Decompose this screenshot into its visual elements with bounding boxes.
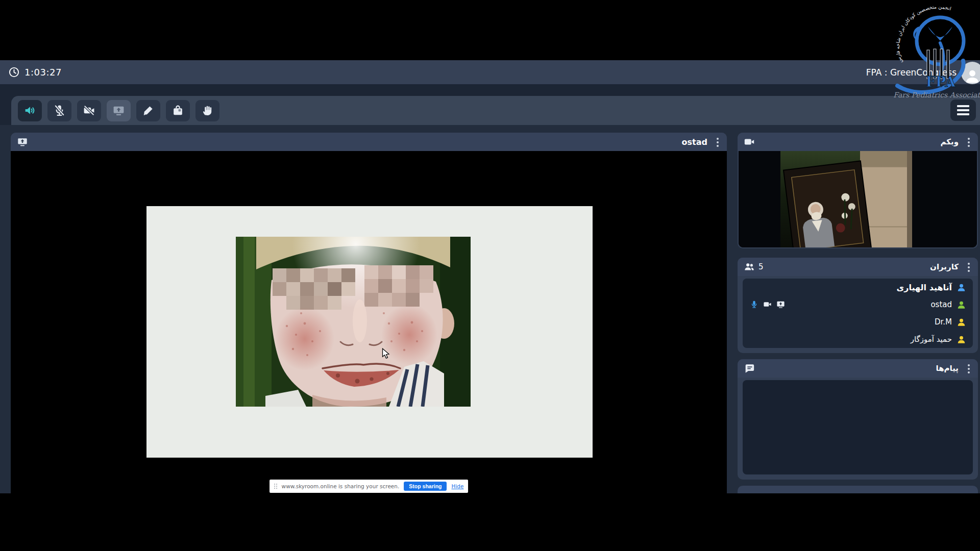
shared-screen-view: www.skyroom.online is sharing your scree…: [11, 151, 727, 493]
screen-share-icon: [17, 136, 28, 147]
messages-list-empty: [743, 380, 973, 474]
screen-share-panel: ostad: [11, 133, 727, 493]
mouse-cursor: [381, 348, 390, 359]
raise-hand-icon: [201, 104, 214, 117]
file-share-button[interactable]: [166, 100, 190, 121]
mic-on-icon: [750, 300, 758, 309]
screen-sharing-icon: [776, 300, 785, 309]
messages-panel: پیام‌ها: [738, 359, 978, 480]
session-timer: 1:03:27: [8, 60, 62, 84]
hamburger-menu-icon: [957, 105, 969, 107]
file-share-icon: [172, 104, 184, 117]
users-title: کاربران: [930, 258, 959, 276]
stop-sharing-button[interactable]: Stop sharing: [404, 482, 447, 491]
user-row[interactable]: ostad: [745, 296, 971, 313]
person-icon: [964, 67, 980, 84]
presenter-name: ostad: [682, 133, 707, 151]
webcam-menu-button[interactable]: [967, 137, 971, 148]
topbar: 1:03:27 FPA : GreenCongress: [0, 60, 980, 84]
user-name: آناهید الهیاری: [897, 283, 952, 292]
panel-menu-button[interactable]: [716, 137, 720, 148]
users-panel-header: 5 کاربران: [738, 258, 978, 276]
presentation-slide: [146, 206, 593, 458]
user-status-icons: [750, 300, 785, 309]
menu-button[interactable]: [950, 99, 976, 121]
clock-icon: [8, 66, 20, 78]
conference-screen: 1:03:27 FPA : GreenCongress: [0, 0, 980, 551]
user-row[interactable]: حمید آموزگار: [745, 331, 971, 348]
browser-share-bar: www.skyroom.online is sharing your scree…: [270, 480, 469, 493]
messages-title: پیام‌ها: [936, 359, 959, 378]
people-icon: [744, 261, 755, 272]
user-name: Dr.M: [935, 317, 952, 327]
camera-muted-icon: [83, 104, 95, 117]
microphone-muted-icon: [53, 104, 66, 117]
room-title: FPA : GreenCongress: [866, 60, 957, 84]
user-row[interactable]: آناهید الهیاری: [745, 279, 971, 296]
users-panel: 5 کاربران آناهید الهیاری: [738, 258, 978, 353]
user-name: حمید آموزگار: [911, 335, 952, 344]
whiteboard-button[interactable]: [136, 100, 160, 121]
clinical-photo: [236, 237, 471, 407]
users-list: آناهید الهیاری: [743, 279, 973, 348]
toolbar: [11, 96, 980, 125]
session-time: 1:03:27: [24, 67, 62, 78]
webcam-title: وبکم: [941, 133, 959, 151]
whiteboard-pen-icon: [142, 104, 155, 117]
speaker-button[interactable]: [18, 100, 42, 121]
share-message: www.skyroom.online is sharing your scree…: [282, 483, 400, 489]
webcam-video: [739, 151, 977, 247]
avatar[interactable]: [961, 62, 980, 84]
chat-icon: [744, 363, 755, 374]
user-row[interactable]: Dr.M: [745, 313, 971, 331]
person-icon: [957, 300, 966, 310]
person-icon: [957, 317, 966, 327]
person-icon: [957, 283, 966, 292]
hide-link[interactable]: Hide: [451, 483, 463, 489]
speaker-icon: [23, 104, 36, 117]
person-icon: [957, 335, 966, 344]
next-panel-stub: [738, 486, 978, 493]
users-count: 5: [758, 262, 764, 271]
screen-share-button[interactable]: [107, 100, 131, 121]
svg-text:انجمن متخصصین کودکان ایران شاخ: انجمن متخصصین کودکان ایران شاخه فارس: [895, 4, 952, 64]
drag-handle-icon: [274, 484, 277, 489]
raise-hand-button[interactable]: [195, 100, 219, 121]
users-count-wrap: 5: [744, 261, 764, 272]
camera-icon: [744, 136, 755, 147]
logo-arc-text: انجمن متخصصین کودکان ایران شاخه فارس: [895, 4, 952, 64]
camera-on-icon: [763, 300, 772, 309]
messages-panel-header: پیام‌ها: [738, 359, 978, 378]
camera-button[interactable]: [77, 100, 101, 121]
microphone-button[interactable]: [47, 100, 71, 121]
users-menu-button[interactable]: [967, 262, 971, 273]
messages-menu-button[interactable]: [967, 363, 971, 374]
user-name: ostad: [930, 300, 952, 309]
screen-share-icon: [112, 104, 125, 117]
webcam-panel-header: وبکم: [738, 133, 978, 151]
webcam-panel: وبکم: [738, 133, 978, 248]
screen-share-panel-header: ostad: [11, 133, 727, 151]
